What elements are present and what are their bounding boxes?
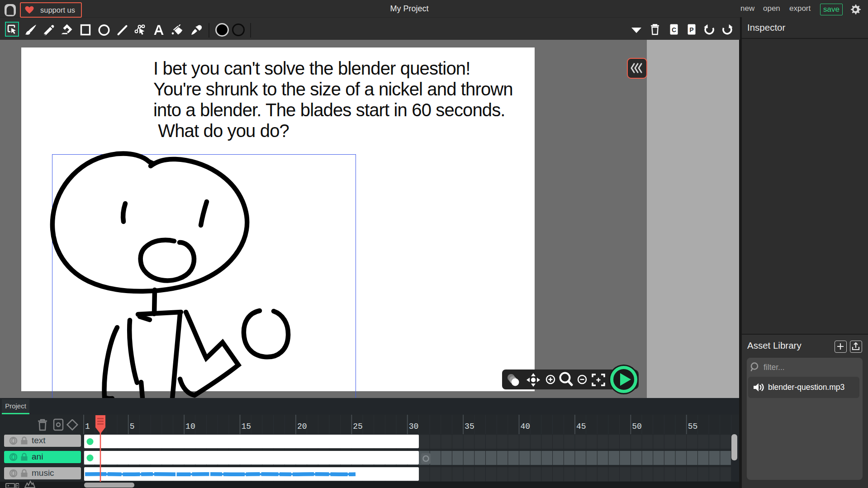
svg-text:P: P	[689, 26, 693, 33]
svg-text:C: C	[672, 26, 676, 33]
